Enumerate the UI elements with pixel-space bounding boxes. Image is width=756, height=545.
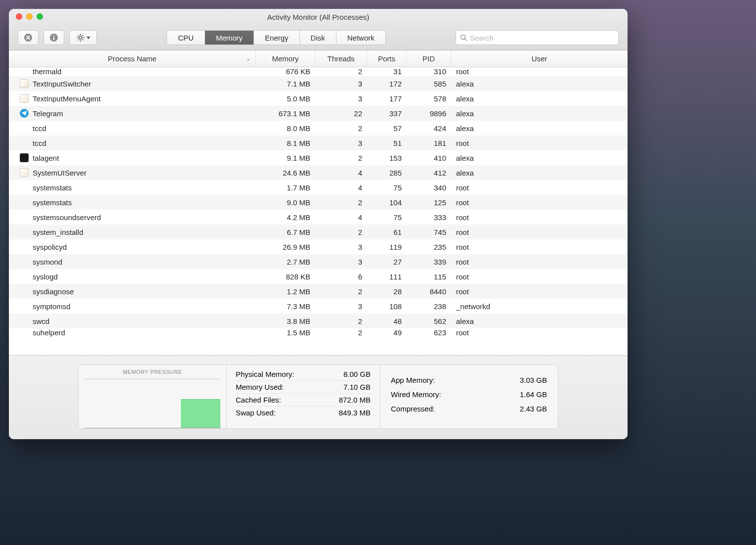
process-table[interactable]: thermald676 KB231310rootTextInputSwitche… xyxy=(9,67,628,355)
process-threads: 4 xyxy=(315,210,367,225)
table-row[interactable]: talagent9.1 MB2153410alexa xyxy=(9,150,628,165)
table-row[interactable]: systemstats1.7 MB475340root xyxy=(9,180,628,195)
column-header-threads[interactable]: Threads xyxy=(315,50,367,67)
process-memory: 1.2 MB xyxy=(256,284,315,299)
process-name: tccd xyxy=(31,136,256,150)
table-row[interactable]: TextInputSwitcher7.1 MB3172585alexa xyxy=(9,76,628,91)
wired-memory-label: Wired Memory: xyxy=(391,390,441,399)
appgeneric-icon xyxy=(20,168,29,177)
column-header-process[interactable]: Process Name ⌄ xyxy=(9,50,256,67)
column-header-memory[interactable]: Memory xyxy=(256,50,315,67)
process-name: systemsoundserverd xyxy=(31,210,256,225)
table-row[interactable]: systemsoundserverd4.2 MB475333root xyxy=(9,210,628,225)
table-row[interactable]: sysmond2.7 MB327339root xyxy=(9,254,628,269)
tab-network[interactable]: Network xyxy=(336,31,385,45)
table-row[interactable]: tccd8.1 MB351181root xyxy=(9,136,628,150)
process-memory: 673.1 MB xyxy=(256,106,315,121)
process-pid: 238 xyxy=(407,299,451,314)
process-icon-cell xyxy=(9,210,31,225)
process-icon-cell xyxy=(9,121,31,136)
process-icon-cell xyxy=(9,165,31,180)
zoom-window-button[interactable] xyxy=(37,13,43,20)
activity-monitor-window: Activity Monitor (All Processes) CPU Mem… xyxy=(9,9,628,439)
process-ports: 51 xyxy=(367,136,407,150)
process-ports: 285 xyxy=(367,165,407,180)
process-ports: 104 xyxy=(367,195,407,210)
memory-used-value: 7.10 GB xyxy=(343,383,371,391)
process-icon-cell xyxy=(9,254,31,269)
cached-files-value: 872.0 MB xyxy=(339,396,371,404)
process-memory: 8.0 MB xyxy=(256,121,315,136)
process-user: _networkd xyxy=(451,299,628,314)
table-row[interactable]: sysdiagnose1.2 MB2288440root xyxy=(9,284,628,299)
table-row[interactable]: SystemUIServer24.6 MB4285412alexa xyxy=(9,165,628,180)
process-threads: 3 xyxy=(315,91,367,106)
process-memory: 8.1 MB xyxy=(256,136,315,150)
process-icon-cell xyxy=(9,299,31,314)
process-threads: 2 xyxy=(315,328,367,338)
table-row[interactable]: system_installd6.7 MB261745root xyxy=(9,225,628,239)
table-row[interactable]: suhelperd1.5 MB249623root xyxy=(9,328,628,338)
table-row[interactable]: tccd8.0 MB257424alexa xyxy=(9,121,628,136)
process-memory: 2.7 MB xyxy=(256,254,315,269)
process-memory: 9.0 MB xyxy=(256,195,315,210)
process-memory: 6.7 MB xyxy=(256,225,315,239)
process-pid: 181 xyxy=(407,136,451,150)
table-row[interactable]: systemstats9.0 MB2104125root xyxy=(9,195,628,210)
table-row[interactable]: swcd3.8 MB248562alexa xyxy=(9,314,628,328)
process-name: systemstats xyxy=(31,180,256,195)
process-pid: 585 xyxy=(407,76,451,91)
compressed-value: 2.43 GB xyxy=(520,405,547,413)
process-pid: 410 xyxy=(407,150,451,165)
table-row[interactable]: TextInputMenuAgent5.0 MB3177578alexa xyxy=(9,91,628,106)
process-threads: 2 xyxy=(315,314,367,328)
options-menu-button[interactable] xyxy=(69,30,97,45)
table-row[interactable]: syspolicyd26.9 MB3119235root xyxy=(9,239,628,254)
inspect-process-button[interactable] xyxy=(43,30,64,45)
table-row[interactable]: Telegram673.1 MB223379896alexa xyxy=(9,106,628,121)
tab-disk[interactable]: Disk xyxy=(300,31,336,45)
process-pid: 578 xyxy=(407,91,451,106)
process-user: alexa xyxy=(451,121,628,136)
tab-memory[interactable]: Memory xyxy=(205,31,254,45)
process-pid: 310 xyxy=(407,67,451,76)
memory-pressure-fill xyxy=(181,399,220,428)
column-header-ports[interactable]: Ports xyxy=(367,50,407,67)
search-icon xyxy=(460,34,467,41)
search-input[interactable] xyxy=(470,34,614,42)
tab-cpu[interactable]: CPU xyxy=(167,31,205,45)
physical-memory-label: Physical Memory: xyxy=(236,370,294,378)
table-row[interactable]: thermald676 KB231310root xyxy=(9,67,628,76)
process-user: root xyxy=(451,269,628,284)
process-pid: 562 xyxy=(407,314,451,328)
stop-process-button[interactable] xyxy=(18,30,39,45)
tab-energy[interactable]: Energy xyxy=(254,31,300,45)
process-ports: 108 xyxy=(367,299,407,314)
svg-line-9 xyxy=(78,35,79,36)
search-field-wrap[interactable] xyxy=(456,30,619,45)
memory-stats-secondary: App Memory:3.03 GB Wired Memory:1.64 GB … xyxy=(380,365,558,428)
process-ports: 48 xyxy=(367,314,407,328)
minimize-window-button[interactable] xyxy=(26,13,33,20)
process-threads: 4 xyxy=(315,180,367,195)
svg-rect-3 xyxy=(53,37,54,40)
window-title: Activity Monitor (All Processes) xyxy=(267,13,370,21)
process-ports: 172 xyxy=(367,76,407,91)
column-header-pid[interactable]: PID xyxy=(407,50,451,67)
process-memory: 7.1 MB xyxy=(256,76,315,91)
table-row[interactable]: symptomsd7.3 MB3108238_networkd xyxy=(9,299,628,314)
process-icon-cell xyxy=(9,67,31,76)
table-row[interactable]: syslogd828 KB6111115root xyxy=(9,269,628,284)
process-threads: 6 xyxy=(315,269,367,284)
process-user: root xyxy=(451,239,628,254)
footer-panel: MEMORY PRESSURE Physical Memory:8.00 GB … xyxy=(9,355,628,439)
column-header-user[interactable]: User xyxy=(451,50,628,67)
process-threads: 3 xyxy=(315,76,367,91)
memory-pressure-title: MEMORY PRESSURE xyxy=(123,369,182,375)
process-icon-cell xyxy=(9,225,31,239)
column-header-process-label: Process Name xyxy=(108,54,156,63)
process-name: systemstats xyxy=(31,195,256,210)
process-user: root xyxy=(451,136,628,150)
close-window-button[interactable] xyxy=(16,13,22,20)
process-name: sysmond xyxy=(31,254,256,269)
